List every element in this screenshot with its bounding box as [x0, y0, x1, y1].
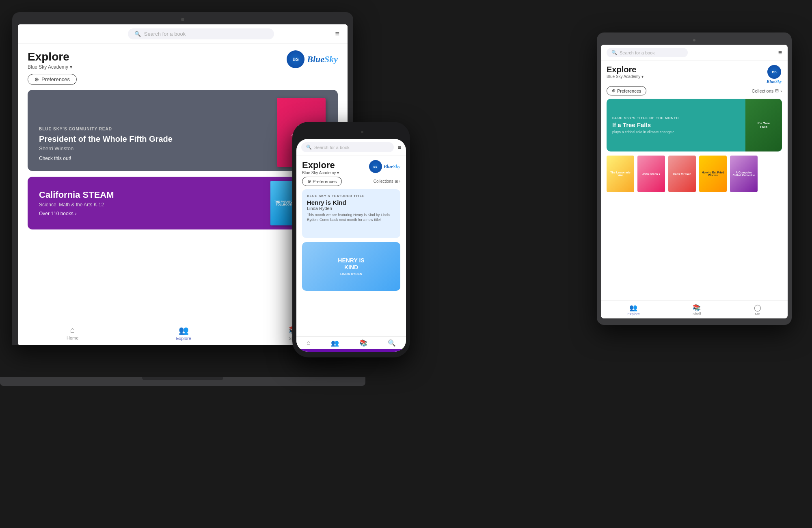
tablet-logo-text: BlueSky: [767, 79, 782, 84]
shelf-icon: 📚: [693, 304, 701, 312]
laptop-base-hinge: [142, 377, 223, 380]
tablet-banner-desc: plays a critical role in climate change?: [612, 130, 740, 134]
collections-icon: ⊞: [775, 88, 779, 93]
search-icon: 🔍: [611, 50, 617, 55]
tablet-header: Explore Blue Sky Academy ▾ BS BlueSky: [601, 61, 788, 86]
phone-screen: 🔍 Search for a book ≡ Explore Blue Sky A…: [296, 139, 406, 352]
bluesky-logo-text: BlueSky: [307, 54, 338, 65]
search-icon: 🔍: [134, 31, 141, 37]
phone-banner-text: BLUE SKY'S FEATURED TITLE Henry is Kind …: [302, 189, 400, 227]
tablet-body: 🔍 Search for a book ≡ Explore Blue Sky A…: [597, 32, 792, 325]
tablet-book-worms[interactable]: How to Eat Fried Worms: [699, 156, 727, 192]
tablet-menu-icon[interactable]: ≡: [778, 49, 782, 56]
phone-featured-book-cover[interactable]: HENRY ISKIND LINDA RYDEN: [302, 242, 400, 291]
tablet-book-lemonade-war[interactable]: The Lemonade War: [607, 156, 634, 192]
phone-body: 🔍 Search for a book ≡ Explore Blue Sky A…: [292, 122, 410, 357]
tablet-banner-label: BLUE SKY'S TITLE OF THE MONTH: [612, 116, 740, 120]
phone-search-text: Search for a book: [314, 145, 350, 150]
tablet-search-bar[interactable]: 🔍 Search for a book: [607, 48, 688, 57]
laptop-search-bar[interactable]: 🔍 Search for a book: [128, 28, 274, 39]
phone-banner-desc: This month we are featuring Henry is Kin…: [307, 213, 395, 222]
tablet-tree-book-cover: If a TreeFalls: [745, 99, 782, 151]
tablet-collections-link[interactable]: Collections ⊞ ›: [752, 88, 782, 93]
home-icon: ⌂: [307, 339, 311, 346]
phone-header: Explore Blue Sky Academy ▾ BS BlueSky: [296, 156, 406, 177]
tablet-logo-circle: BS: [767, 65, 781, 79]
phone-subtitle: Blue Sky Academy ▾: [302, 171, 339, 175]
laptop-explore-title: Explore: [28, 50, 72, 63]
phone-topbar: 🔍 Search for a book ≡: [296, 139, 406, 156]
tablet-topbar: 🔍 Search for a book ≡: [601, 45, 788, 61]
phone-explore-title: Explore: [302, 160, 339, 171]
tablet-nav-explore[interactable]: 👥 Explore: [627, 304, 640, 316]
tablet-nav-me[interactable]: ◯ Me: [754, 304, 761, 316]
me-icon: ◯: [754, 304, 761, 312]
phone-logo-circle: BS: [369, 160, 382, 173]
phone-nav-shelf[interactable]: 📚: [359, 339, 367, 347]
laptop-academy-subtitle: Blue Sky Academy ▾: [28, 64, 72, 70]
phone-banner-author: Linda Ryden: [307, 206, 395, 211]
steam-banner[interactable]: California STEAM Science, Math & the Art…: [28, 177, 338, 229]
tablet-screen: 🔍 Search for a book ≡ Explore Blue Sky A…: [601, 45, 788, 318]
tablet-tree-banner[interactable]: BLUE SKY'S TITLE OF THE MONTH If a Tree …: [607, 99, 782, 151]
phone-bluesky-logo: BS BlueSky: [369, 160, 400, 173]
phone-bottom-nav: ⌂ 👥 📚 🔍: [296, 336, 406, 348]
phone-search-bar[interactable]: 🔍 Search for a book: [301, 142, 394, 152]
tablet-device: 🔍 Search for a book ≡ Explore Blue Sky A…: [597, 32, 792, 325]
phone-bottom-bar: [296, 349, 406, 352]
phone-banner-title: Henry is Kind: [307, 199, 395, 206]
tablet-bluesky-logo: BS BlueSky: [767, 65, 782, 84]
tablet-banner-title: If a Tree Falls: [612, 121, 740, 128]
tablet-bottom-nav: 👥 Explore 📚 Shelf ◯ Me: [601, 300, 788, 318]
tablet-subtitle: Blue Sky Academy ▾: [607, 74, 644, 79]
phone-nav-explore[interactable]: 👥: [331, 339, 339, 347]
phone-device: 🔍 Search for a book ≡ Explore Blue Sky A…: [292, 122, 410, 357]
home-icon: ⌂: [70, 325, 75, 335]
explore-icon: 👥: [629, 304, 637, 312]
phone-notch: [331, 128, 371, 136]
tablet-book-computer[interactable]: A Computer Called Katherine: [730, 156, 758, 192]
laptop-topbar: 🔍 Search for a book ≡: [18, 24, 348, 44]
phone-nav-home[interactable]: ⌂: [307, 339, 311, 347]
tablet-prefs-row: ⊕ Preferences Collections ⊞ ›: [601, 86, 788, 99]
explore-icon: 👥: [179, 325, 189, 335]
laptop-header: Explore Blue Sky Academy ▾ BS BlueSky: [18, 44, 348, 74]
laptop-camera: [181, 18, 184, 21]
phone-logo-text: BlueSky: [384, 164, 400, 170]
tablet-book-caps[interactable]: Caps for Sale: [668, 156, 696, 192]
tablet-books-grid: The Lemonade War John Green ♥ Caps for S…: [607, 156, 782, 192]
tablet-preferences-button[interactable]: ⊕ Preferences: [607, 86, 646, 95]
laptop-preferences-button[interactable]: ⊕ Preferences: [28, 74, 77, 85]
phone-prefs-row: ⊕ Preferences Collections ⊞ ›: [296, 177, 406, 189]
tablet-book-abundance[interactable]: John Green ♥: [637, 156, 665, 192]
phone-banner-label: BLUE SKY'S FEATURED TITLE: [307, 194, 395, 198]
phone-menu-icon[interactable]: ≡: [398, 144, 401, 151]
tablet-search-text: Search for a book: [620, 50, 655, 55]
laptop-search-text: Search for a book: [144, 31, 186, 37]
search-icon: 🔍: [306, 145, 312, 150]
bluesky-logo: BS BlueSky: [287, 50, 338, 68]
laptop-base: [0, 377, 365, 386]
explore-icon: 👥: [331, 339, 339, 347]
phone-featured-banner[interactable]: BLUE SKY'S FEATURED TITLE Henry is Kind …: [302, 189, 400, 238]
tablet-camera: [693, 39, 695, 41]
phone-collections-link[interactable]: Collections ⊞ ›: [374, 179, 400, 184]
tablet-tree-banner-text: BLUE SKY'S TITLE OF THE MONTH If a Tree …: [607, 110, 745, 140]
collections-icon: ⊞: [395, 179, 398, 184]
phone-preferences-button[interactable]: ⊕ Preferences: [302, 177, 342, 186]
tablet-explore-title: Explore: [607, 65, 644, 74]
tablet-nav-shelf[interactable]: 📚 Shelf: [693, 304, 701, 316]
phone-camera: [361, 131, 363, 133]
bluesky-logo-circle: BS: [287, 50, 304, 68]
phone-nav-search[interactable]: 🔍: [388, 339, 396, 347]
community-read-banner[interactable]: BLUE SKY'S COMMUNITY READ President of t…: [28, 90, 338, 171]
search-icon: 🔍: [388, 339, 396, 347]
menu-icon[interactable]: ≡: [335, 30, 339, 38]
shelf-icon: 📚: [359, 339, 367, 347]
nav-home[interactable]: ⌂ Home: [67, 325, 78, 342]
nav-explore[interactable]: 👥 Explore: [176, 325, 191, 342]
